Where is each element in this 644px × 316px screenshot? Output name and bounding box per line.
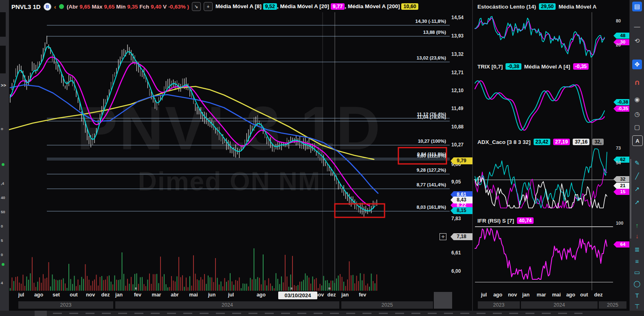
indicator-title: TRIX [0,7] (477, 64, 503, 70)
ohlc-variation-label: V (163, 4, 168, 10)
ma-label: Média Móvel A [200] (348, 3, 402, 9)
price-axis-tick: 7,83 (451, 216, 461, 221)
indicator-title: ADX_Caco [3 8 3 32] (477, 139, 531, 145)
undo-icon[interactable]: ⟲ (632, 36, 642, 46)
anchor-icon[interactable]: ⊤ (632, 302, 642, 312)
drawing-toolbar[interactable]: ▤—⟲✥U◉◷▢A✎╱↗➚↑↓≣≡▭◯T⊤ (629, 0, 644, 316)
selection-icon[interactable]: ▢ (632, 122, 642, 132)
hand-tool-icon[interactable]: ✥ (632, 60, 642, 69)
fib-level-label: 14,30 (-11,8%) (356, 19, 446, 24)
month-label: jan (110, 292, 128, 298)
month-label: mar (147, 292, 165, 298)
indicator-value-badge: 23,42 (534, 139, 550, 145)
ray-icon[interactable]: ↗ (632, 184, 642, 194)
ma-separator: , (345, 3, 348, 9)
indicator-header-trix[interactable]: TRIX [0,7] -0,38 Média Móvel A [4] -0,35 (477, 63, 589, 70)
date-tooltip: 03/10/2024 (278, 292, 317, 299)
arrow-down-icon[interactable]: ↓ (632, 231, 642, 241)
ohlc-open-label: (Abr (67, 4, 80, 10)
text-tool-icon[interactable]: A (632, 135, 643, 146)
indicator-value-badge: 40,74 (517, 217, 534, 224)
expand-panel-chevron[interactable]: >> (1, 83, 6, 88)
list-icon[interactable]: ≣ (632, 245, 642, 254)
price-axis-tick: 14,54 (451, 15, 464, 20)
month-label: jan (518, 292, 534, 298)
year-band: 2023 (18, 301, 113, 309)
ma-value-badge: 10,60 (401, 3, 418, 10)
indicator-header-stochastic[interactable]: Estocástico Lento (14) 29,50 Média Móvel… (477, 3, 597, 10)
background-window-text-blur (53, 313, 582, 314)
price-badge: 8,15 (451, 207, 473, 214)
month-label: jul (12, 292, 30, 298)
month-label: ago (30, 292, 48, 298)
clipped-quote-fragment: 5 (1, 238, 3, 243)
axis-corner-box[interactable] (434, 292, 452, 309)
ohlc-close-label: Fch (139, 4, 151, 10)
year-band: 2025 (599, 301, 626, 309)
status-dot-icon (59, 4, 64, 9)
fib-level-label: 9,28 (127,2%) (356, 168, 446, 172)
month-label: abr (166, 292, 184, 298)
ma-value-badge: 9,77 (331, 3, 345, 10)
month-label: ago (252, 292, 270, 298)
ma-label: Média Móvel A [20] (280, 3, 331, 9)
month-label: jul (222, 292, 240, 298)
layout-icon[interactable]: ▤ (632, 2, 642, 11)
indicator-header-adx[interactable]: ADX_Caco [3 8 3 32] 23,42 27,19 37,16 32… (477, 139, 604, 145)
circle-icon[interactable]: ◯ (632, 279, 642, 289)
symbol-title: PNVL3 1D (11, 3, 41, 10)
month-label: fev (129, 292, 147, 298)
pencil-icon[interactable]: ✎ (632, 158, 642, 168)
arrow-up-icon[interactable]: ↑ (632, 220, 642, 230)
fib-level-label: 9,80 (112,8%) (356, 153, 446, 158)
price-badge: 9,79 (451, 157, 473, 164)
back-arrow-icon[interactable]: ‹ (54, 3, 56, 10)
ohlc-high-label: Máx (92, 4, 104, 10)
indicator-value-badge: 27,19 (553, 139, 570, 145)
price-badge: 8,43 (451, 197, 473, 203)
price-axis-tick: 12,71 (451, 70, 464, 75)
moving-averages-legend[interactable]: Média Móvel A [8] 9,52, Média Móvel A [2… (215, 3, 418, 10)
minus-icon[interactable]: — (632, 21, 642, 31)
indicator-axis-tick: 80 (616, 18, 621, 23)
arrow-icon[interactable]: ➚ (632, 197, 642, 207)
trendline-icon[interactable]: ╱ (632, 171, 642, 181)
clipped-quote-fragment: 50 (1, 210, 5, 214)
lines-icon[interactable]: ≡ (632, 256, 642, 266)
indicator-axis-tick: 100 (616, 221, 623, 225)
ohlc-variation-value: -0,63% ) (168, 4, 189, 10)
price-axis-tick: 6,61 (451, 250, 461, 256)
clipped-quote-fragment: ,4 (1, 181, 4, 186)
indicator-value-badge: 29,50 (539, 3, 556, 10)
cursor-tool-button[interactable]: ➘ (192, 2, 201, 11)
price-axis-tick: 13,93 (451, 33, 464, 39)
background-window-edge (0, 311, 644, 316)
fib-level-label: 11,04 (78,6%) (356, 115, 446, 119)
month-label: fev (354, 292, 371, 298)
text-icon[interactable]: T (632, 290, 642, 300)
indicator-axis-tick: 54 (616, 160, 621, 165)
price-axis-tick: 12,10 (451, 88, 464, 93)
indicator-suffix: Média Móvel A [4] (524, 64, 570, 70)
indicator-value-badge: -0,38 (506, 63, 521, 70)
eye-icon[interactable]: ◉ (632, 95, 642, 104)
trading-platform-window: PNVL3 1D Dimed ON NM PNVL3 1D B ‹ (Abr 9… (0, 0, 644, 316)
add-indicator-button[interactable]: + (204, 2, 213, 11)
toolbar-scrollbar[interactable] (630, 159, 631, 239)
month-label: out (65, 292, 83, 298)
magnet-icon[interactable]: U (632, 78, 642, 88)
ohlc-high-value: 9,65 (104, 4, 116, 10)
ohlc-open-value: 9,65 (79, 4, 92, 10)
rectangle-icon[interactable]: ▭ (632, 267, 642, 277)
ma-value-badge: 9,52 (263, 3, 277, 10)
ma-separator: , (277, 3, 280, 9)
price-axis-tick: 10,88 (451, 124, 464, 130)
collapsed-side-panel[interactable]: >> o,440500504 (0, 0, 9, 316)
chart-canvas[interactable] (0, 0, 644, 316)
month-label: ago (490, 292, 506, 298)
indicator-title: IFR (RSI) S [7] (477, 218, 514, 224)
indicator-header-rsi[interactable]: IFR (RSI) S [7] 40,74 (477, 217, 534, 224)
month-label: dez (590, 292, 607, 298)
ohlc-readout: (Abr 9,65 Máx 9,65 Mín 9,35 Fch 9,40 V -… (67, 4, 189, 10)
stopwatch-icon[interactable]: ◷ (632, 109, 642, 119)
